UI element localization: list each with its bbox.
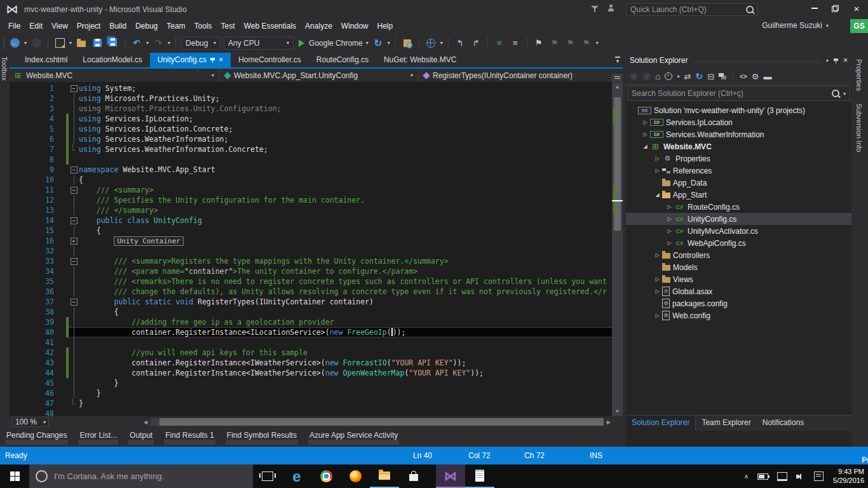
- code-line-5[interactable]: 5using Services.IpLocation.Concrete;: [10, 124, 612, 134]
- panel-tab-solution-explorer[interactable]: Solution Explorer: [626, 416, 696, 431]
- panel-tab-pending-changes[interactable]: Pending Changes: [5, 428, 68, 447]
- chevron-collapsed-icon[interactable]: ▷: [653, 168, 662, 173]
- next-bookmark-button[interactable]: ⚑: [564, 36, 577, 50]
- notepad-button[interactable]: [465, 464, 494, 488]
- tree-item-app-data[interactable]: App_Data: [626, 177, 851, 189]
- document-list-dropdown-icon[interactable]: ▼: [615, 57, 620, 64]
- side-tab-subversion-info[interactable]: Subversion Info: [851, 97, 867, 158]
- collapse-icon[interactable]: −: [71, 85, 78, 92]
- chevron-collapsed-icon[interactable]: ▷: [653, 288, 662, 294]
- previous-bookmark-button[interactable]: ⚑: [548, 36, 561, 50]
- code-text[interactable]: using Microsoft.Practices.Unity;: [79, 93, 220, 104]
- uncomment-button[interactable]: ≡: [509, 36, 522, 50]
- code-line-8[interactable]: 8: [10, 154, 612, 165]
- collapse-icon[interactable]: −: [71, 258, 78, 265]
- title-bar[interactable]: ⋈ mvc-weather-with-unity - Microsoft Vis…: [0, 0, 868, 19]
- code-line-44[interactable]: 44 container.RegisterInstance<IWeatherSe…: [10, 368, 612, 378]
- chevron-collapsed-icon[interactable]: ▷: [653, 313, 662, 318]
- side-tab-properties[interactable]: Properties: [851, 53, 867, 97]
- file-explorer-button[interactable]: [370, 464, 399, 488]
- tree-item-packages-config[interactable]: ⚙packages.config: [626, 297, 851, 309]
- scrollbar-thumb[interactable]: [159, 418, 604, 426]
- code-text[interactable]: /// <summary>Registers the type mappings…: [79, 256, 449, 266]
- chevron-collapsed-icon[interactable]: ▷: [641, 132, 650, 137]
- properties-pages-icon[interactable]: [719, 73, 726, 79]
- project-dropdown[interactable]: ⊞ Website.MVC ▾: [10, 69, 220, 82]
- panel-tab-find-results-1[interactable]: Find Results 1: [164, 428, 215, 447]
- code-text[interactable]: /// <remarks>There is no need to registe…: [79, 276, 607, 287]
- tab-locationmodel-cs[interactable]: LocationModel.cs: [75, 53, 149, 67]
- battery-icon[interactable]: [757, 473, 768, 480]
- tab-nuget-website-mvc[interactable]: NuGet: Website.MVC: [376, 53, 464, 67]
- code-text[interactable]: //adding free geo ip as a geolocation pr…: [79, 317, 334, 327]
- code-text[interactable]: {: [79, 226, 101, 236]
- menu-item-view[interactable]: View: [47, 20, 72, 32]
- code-line-39[interactable]: 39 //adding free geo ip as a geolocation…: [10, 317, 612, 327]
- browser-refresh-button[interactable]: ↻: [372, 36, 384, 50]
- tree-item-solution-mvc-weather-with-unity-3-projects[interactable]: ⋈Solution 'mvc-weather-with-unity' (3 pr…: [626, 104, 851, 116]
- tree-item-models[interactable]: Models: [626, 261, 851, 273]
- open-file-button[interactable]: [75, 36, 88, 50]
- solution-explorer-header[interactable]: Solution Explorer ▾ ×: [626, 53, 851, 68]
- tree-item-unityconfig-cs[interactable]: ▷C#UnityConfig.cs: [626, 213, 851, 225]
- chevron-down-icon[interactable]: ▾: [440, 40, 443, 46]
- pending-changes-filter-icon[interactable]: [665, 72, 672, 80]
- code-text[interactable]: using Services.WeatherInformation.Concre…: [79, 144, 268, 154]
- horizontal-scrollbar[interactable]: [151, 418, 604, 426]
- code-line-16[interactable]: 16+ Unity Container: [10, 236, 612, 246]
- code-text[interactable]: }: [79, 398, 83, 409]
- code-text[interactable]: using System;: [79, 83, 136, 93]
- cortana-search-input[interactable]: I'm Cortana. Ask me anything.: [29, 464, 253, 488]
- tab-homecontroller-cs[interactable]: HomeController.cs: [231, 53, 309, 67]
- tray-chevron-icon[interactable]: ∧: [744, 473, 749, 480]
- scroll-up-icon[interactable]: ▲: [612, 82, 623, 92]
- code-text[interactable]: namespace Website.MVC.App_Start: [79, 165, 215, 175]
- panel-tab-find-symbol-results[interactable]: Find Symbol Results: [226, 428, 298, 447]
- code-line-37[interactable]: 37− public static void RegisterTypes(IUn…: [10, 297, 612, 307]
- close-button[interactable]: ×: [846, 0, 867, 17]
- code-line-41[interactable]: 41: [10, 337, 612, 348]
- editor-zoom-combo[interactable]: 100 %▾: [12, 417, 49, 427]
- collapse-icon[interactable]: −: [71, 166, 78, 173]
- code-text[interactable]: {: [79, 175, 83, 185]
- code-line-33[interactable]: 33− /// <summary>Registers the type mapp…: [10, 256, 612, 266]
- code-line-3[interactable]: 3using Microsoft.Practices.Unity.Configu…: [10, 104, 612, 114]
- chevron-collapsed-icon[interactable]: ▷: [641, 119, 650, 125]
- home-icon[interactable]: ⌂: [655, 71, 660, 81]
- code-line-38[interactable]: 38 {: [10, 307, 612, 317]
- refresh-icon[interactable]: ↻: [695, 71, 703, 81]
- chevron-down-icon[interactable]: ▾: [388, 40, 390, 46]
- menu-item-team[interactable]: Team: [162, 20, 189, 32]
- chevron-down-icon[interactable]: ▾: [69, 40, 72, 46]
- save-all-button[interactable]: [107, 36, 119, 50]
- solution-explorer-search-input[interactable]: Search Solution Explorer (Ctrl+ç) ▾: [627, 86, 850, 101]
- code-line-32[interactable]: 32: [10, 246, 612, 256]
- toolbar-grip[interactable]: [3, 37, 5, 49]
- chrome-button[interactable]: [311, 464, 341, 488]
- task-view-button[interactable]: [253, 464, 282, 488]
- code-text[interactable]: container.RegisterInstance<IWeatherServi…: [79, 368, 484, 378]
- view-code-icon[interactable]: <>: [740, 73, 747, 80]
- code-text[interactable]: /// change the defaults), as Unity allow…: [79, 287, 607, 297]
- action-center-icon[interactable]: [814, 471, 824, 481]
- code-text[interactable]: container.RegisterInstance<ILocationServ…: [79, 327, 405, 337]
- tree-item-properties[interactable]: ▷⚙Properties: [626, 152, 851, 165]
- avatar[interactable]: GS: [850, 19, 868, 33]
- code-line-12[interactable]: 12 /// Specifies the Unity configuration…: [10, 195, 612, 205]
- code-line-14[interactable]: 14− public class UnityConfig: [10, 215, 612, 226]
- scroll-right-icon[interactable]: ▶: [605, 419, 613, 425]
- window-position-icon[interactable]: ▾: [826, 58, 829, 64]
- code-line-10[interactable]: 10{: [10, 175, 612, 185]
- chevron-collapsed-icon[interactable]: ▷: [653, 156, 662, 161]
- code-text[interactable]: }: [79, 388, 101, 398]
- debug-configuration-combo[interactable]: Debug▾: [181, 37, 220, 50]
- code-line-42[interactable]: 42 //you will need api keys for this sam…: [10, 348, 612, 358]
- code-text[interactable]: using Services.IpLocation;: [79, 114, 193, 124]
- menu-item-web-essentials[interactable]: Web Essentials: [240, 20, 301, 32]
- visual-studio-taskbar-button[interactable]: ⋈: [436, 464, 465, 488]
- navigate-backward-button[interactable]: ←: [8, 36, 21, 50]
- forward-icon[interactable]: ›: [642, 72, 651, 81]
- side-tab-toolbox[interactable]: Toolbox: [1, 53, 8, 81]
- tree-item-services-iplocation[interactable]: ▷C#Services.IpLocation: [626, 116, 851, 128]
- tab-unityconfig-cs[interactable]: UnityConfig.cs×: [150, 53, 231, 67]
